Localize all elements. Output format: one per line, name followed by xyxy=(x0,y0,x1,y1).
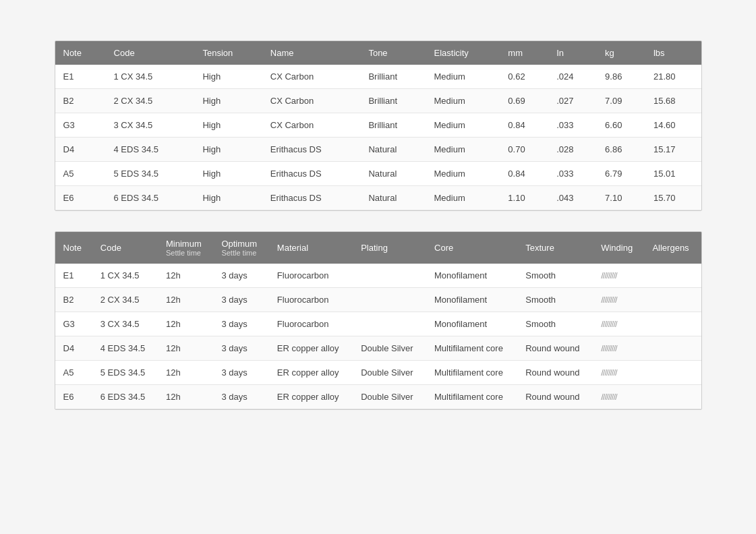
table-cell: CX Carbon xyxy=(262,113,361,138)
table-cell: G3 xyxy=(55,312,92,336)
table-cell: 12h xyxy=(158,336,213,361)
table-cell: E6 xyxy=(55,186,106,210)
table-cell: Medium xyxy=(426,89,500,113)
table-cell: High xyxy=(194,89,262,113)
table1-col-header: In xyxy=(548,41,597,65)
table-row: E66 EDS 34.512h3 daysER copper alloyDoub… xyxy=(55,385,701,409)
table-cell: Multifilament core xyxy=(426,336,517,361)
table1-col-header: lbs xyxy=(645,41,701,65)
table-cell: Erithacus DS xyxy=(262,186,361,210)
table-cell: Smooth xyxy=(517,288,593,312)
table-cell: Fluorocarbon xyxy=(269,312,353,336)
table-cell: Round wound xyxy=(517,385,593,409)
table-cell: Brilliant xyxy=(360,65,426,89)
table-cell: E1 xyxy=(55,264,92,288)
table-cell: 0.84 xyxy=(500,162,548,186)
table2-col-header: Texture xyxy=(517,232,593,264)
table2-col-header: OptimumSettle time xyxy=(213,232,268,264)
table2-col-header: MinimumSettle time xyxy=(158,232,213,264)
table2-wrapper: NoteCodeMinimumSettle timeOptimumSettle … xyxy=(55,231,702,410)
table-row: B22 CX 34.5HighCX CarbonBrilliantMedium0… xyxy=(55,89,701,113)
table-cell xyxy=(644,385,701,409)
table-cell: Medium xyxy=(426,162,500,186)
table-cell: Natural xyxy=(360,162,426,186)
table-cell: E6 xyxy=(55,385,92,409)
table-cell: 9.86 xyxy=(597,65,645,89)
table-cell: 0.70 xyxy=(500,138,548,162)
table1-col-header: kg xyxy=(597,41,645,65)
table1-col-header: Tension xyxy=(194,41,262,65)
table-cell xyxy=(353,312,426,336)
table-cell: 2 CX 34.5 xyxy=(92,288,158,312)
table-cell: ER copper alloy xyxy=(269,361,353,385)
table-cell: Double Silver xyxy=(353,361,426,385)
table-cell: Monofilament xyxy=(426,288,517,312)
table-cell xyxy=(644,264,701,288)
table-cell: Multifilament core xyxy=(426,385,517,409)
table-cell: 12h xyxy=(158,312,213,336)
table-cell xyxy=(644,288,701,312)
table-cell: A5 xyxy=(55,162,106,186)
table-cell: 5 EDS 34.5 xyxy=(106,162,195,186)
table-cell: 3 days xyxy=(213,312,268,336)
table-cell: 15.01 xyxy=(645,162,701,186)
table-cell: Erithacus DS xyxy=(262,138,361,162)
table-cell: 5 EDS 34.5 xyxy=(92,361,158,385)
table-cell: ER copper alloy xyxy=(269,336,353,361)
table-cell: Medium xyxy=(426,65,500,89)
table-cell: 1.10 xyxy=(500,186,548,210)
table-cell xyxy=(644,361,701,385)
table-cell: D4 xyxy=(55,138,106,162)
table2-col-header: Code xyxy=(92,232,158,264)
table-cell: Monofilament xyxy=(426,264,517,288)
table2-col-header: Note xyxy=(55,232,92,264)
table-cell: Natural xyxy=(360,138,426,162)
table-cell xyxy=(644,312,701,336)
table-row: E11 CX 34.512h3 daysFluorocarbonMonofila… xyxy=(55,264,701,288)
table-cell: Smooth xyxy=(517,264,593,288)
table-cell: 6 EDS 34.5 xyxy=(106,186,195,210)
table2: NoteCodeMinimumSettle timeOptimumSettle … xyxy=(55,232,701,409)
table-cell: 15.68 xyxy=(645,89,701,113)
table-cell: .033 xyxy=(548,162,597,186)
table-cell: 14.60 xyxy=(645,113,701,138)
table-cell: High xyxy=(194,113,262,138)
table-cell: B2 xyxy=(55,288,92,312)
table2-col-header: Core xyxy=(426,232,517,264)
table-cell: .028 xyxy=(548,138,597,162)
table1-col-header: Code xyxy=(106,41,195,65)
table-cell: Monofilament xyxy=(426,312,517,336)
table-row: A55 EDS 34.512h3 daysER copper alloyDoub… xyxy=(55,361,701,385)
table-cell: Fluorocarbon xyxy=(269,288,353,312)
table-cell: CX Carbon xyxy=(262,65,361,89)
table-cell xyxy=(353,264,426,288)
table-cell: 3 CX 34.5 xyxy=(106,113,195,138)
table-row: B22 CX 34.512h3 daysFluorocarbonMonofila… xyxy=(55,288,701,312)
table-row: D44 EDS 34.5HighErithacus DSNaturalMediu… xyxy=(55,138,701,162)
table-row: E11 CX 34.5HighCX CarbonBrilliantMedium0… xyxy=(55,65,701,89)
table1-col-header: Elasticity xyxy=(426,41,500,65)
table-cell: 12h xyxy=(158,264,213,288)
table-cell: 3 days xyxy=(213,361,268,385)
table-cell: 12h xyxy=(158,288,213,312)
table-cell: .033 xyxy=(548,113,597,138)
table-cell: Natural xyxy=(360,186,426,210)
table-cell: ///////// xyxy=(593,288,644,312)
table1-col-header: mm xyxy=(500,41,548,65)
table-cell: Brilliant xyxy=(360,89,426,113)
table-row: D44 EDS 34.512h3 daysER copper alloyDoub… xyxy=(55,336,701,361)
table-cell: 6.86 xyxy=(597,138,645,162)
table-cell: ER copper alloy xyxy=(269,385,353,409)
table-cell: E1 xyxy=(55,65,106,89)
table-cell: 0.62 xyxy=(500,65,548,89)
table-cell: 15.17 xyxy=(645,138,701,162)
table-cell: High xyxy=(194,65,262,89)
table-cell: 6 EDS 34.5 xyxy=(92,385,158,409)
table-cell: 0.84 xyxy=(500,113,548,138)
table-cell: 4 EDS 34.5 xyxy=(106,138,195,162)
table2-body: E11 CX 34.512h3 daysFluorocarbonMonofila… xyxy=(55,264,701,409)
table-cell: Fluorocarbon xyxy=(269,264,353,288)
table-cell: 2 CX 34.5 xyxy=(106,89,195,113)
table2-col-header: Winding xyxy=(593,232,644,264)
table-cell: Round wound xyxy=(517,361,593,385)
